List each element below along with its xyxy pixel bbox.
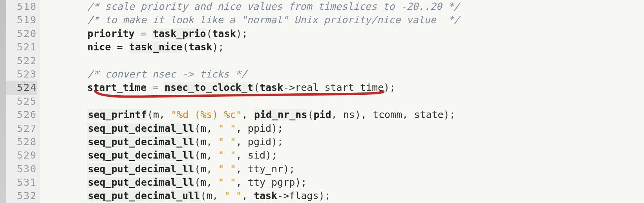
code-line[interactable]: priority = task_prio(task); bbox=[40, 27, 644, 41]
code-area[interactable]: /* scale priority and nice values from t… bbox=[40, 0, 644, 203]
line-number-gutter: 518 519 520 521 522 523 524 525 526 527 … bbox=[6, 0, 40, 203]
line-number: 532 bbox=[6, 189, 37, 203]
line-number: 527 bbox=[6, 122, 37, 135]
function-call: seq_printf bbox=[87, 109, 147, 120]
identifier: priority bbox=[87, 28, 134, 39]
line-number: 526 bbox=[6, 108, 37, 122]
code-line[interactable]: seq_put_decimal_ull(m, " ", task->flags)… bbox=[40, 189, 644, 203]
code-line-blank[interactable] bbox=[40, 95, 644, 108]
comment: /* convert nsec -> ticks */ bbox=[87, 68, 247, 80]
code-line[interactable]: /* convert nsec -> ticks */ bbox=[40, 68, 644, 81]
line-number: 519 bbox=[6, 13, 37, 27]
string-literal: " " bbox=[218, 163, 236, 175]
code-line[interactable]: /* scale priority and nice values from t… bbox=[40, 0, 644, 13]
string-literal: " " bbox=[224, 190, 242, 201]
function-call: seq_put_decimal_ll bbox=[87, 163, 194, 175]
code-line-current[interactable]: start_time = nsec_to_clock_t(task->real_… bbox=[40, 81, 644, 94]
line-number: 523 bbox=[6, 68, 37, 81]
code-line[interactable]: seq_printf(m, "%d (%s) %c", pid_nr_ns(pi… bbox=[40, 108, 644, 122]
function-call: seq_put_decimal_ll bbox=[87, 177, 194, 188]
line-number: 528 bbox=[6, 135, 37, 149]
comment: /* scale priority and nice values from t… bbox=[87, 1, 459, 12]
code-editor[interactable]: 518 519 520 521 522 523 524 525 526 527 … bbox=[0, 0, 644, 203]
function-call: pid_nr_ns bbox=[254, 109, 307, 120]
function-call: seq_put_decimal_ll bbox=[87, 136, 194, 148]
string-literal: "%d (%s) %c" bbox=[171, 109, 242, 120]
function-call: seq_put_decimal_ll bbox=[87, 149, 194, 161]
string-literal: " " bbox=[218, 149, 236, 161]
code-line[interactable]: seq_put_decimal_ll(m, " ", tty_pgrp); bbox=[40, 176, 644, 189]
code-line[interactable]: seq_put_decimal_ll(m, " ", tty_nr); bbox=[40, 162, 644, 176]
function-call: task_prio bbox=[152, 28, 206, 39]
comment: /* to make it look like a "normal" Unix … bbox=[87, 14, 459, 26]
function-call: task_nice bbox=[129, 41, 183, 53]
string-literal: " " bbox=[218, 177, 236, 188]
identifier: start_time bbox=[87, 82, 146, 93]
minimap-scrollbar[interactable] bbox=[0, 0, 6, 203]
code-line-blank[interactable] bbox=[40, 54, 644, 68]
line-number: 529 bbox=[6, 149, 37, 162]
line-number: 530 bbox=[6, 162, 37, 176]
line-number: 520 bbox=[6, 27, 37, 41]
code-line[interactable]: seq_put_decimal_ll(m, " ", pgid); bbox=[40, 135, 644, 149]
line-number: 522 bbox=[6, 54, 37, 68]
code-line[interactable]: nice = task_nice(task); bbox=[40, 41, 644, 54]
function-call: seq_put_decimal_ll bbox=[87, 123, 194, 134]
line-number: 525 bbox=[6, 95, 37, 108]
identifier: nice bbox=[87, 41, 111, 53]
string-literal: " " bbox=[218, 123, 236, 134]
function-call: nsec_to_clock_t bbox=[164, 82, 254, 93]
line-number: 518 bbox=[6, 0, 37, 13]
line-number: 521 bbox=[6, 41, 37, 54]
function-call: seq_put_decimal_ull bbox=[87, 190, 200, 201]
code-line[interactable]: seq_put_decimal_ll(m, " ", ppid); bbox=[40, 122, 644, 135]
line-number-current: 524 bbox=[6, 81, 37, 94]
code-line[interactable]: seq_put_decimal_ll(m, " ", sid); bbox=[40, 149, 644, 162]
line-number: 531 bbox=[6, 176, 37, 189]
code-line[interactable]: /* to make it look like a "normal" Unix … bbox=[40, 13, 644, 27]
string-literal: " " bbox=[218, 136, 236, 148]
